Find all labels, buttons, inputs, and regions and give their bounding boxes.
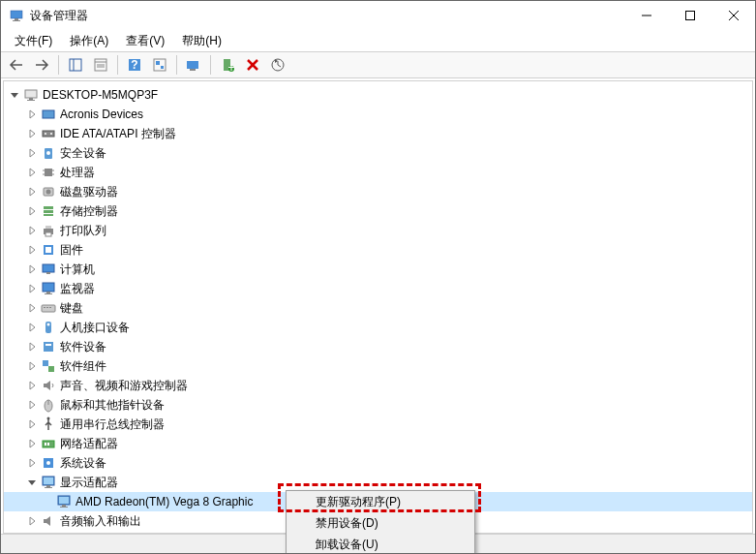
expander-icon[interactable] bbox=[25, 476, 39, 489]
svg-rect-53 bbox=[46, 292, 50, 293]
svg-rect-55 bbox=[42, 305, 55, 312]
expander-icon[interactable] bbox=[25, 166, 39, 179]
expander-icon[interactable] bbox=[25, 185, 39, 199]
svg-rect-49 bbox=[45, 247, 51, 253]
firmware-icon bbox=[41, 242, 56, 258]
tree-root[interactable]: DESKTOP-M5MQP3F bbox=[4, 85, 752, 105]
svg-rect-43 bbox=[44, 210, 53, 213]
back-button[interactable] bbox=[5, 53, 28, 77]
expander-icon[interactable] bbox=[25, 417, 39, 431]
tree-category-8[interactable]: 计算机 bbox=[4, 260, 752, 279]
expander-icon[interactable] bbox=[25, 321, 39, 334]
svg-rect-46 bbox=[45, 226, 51, 229]
tree-category-label: 音频输入和输出 bbox=[60, 513, 141, 530]
expander-icon[interactable] bbox=[8, 88, 21, 102]
tree-category-label: Acronis Devices bbox=[60, 108, 143, 121]
computer-icon bbox=[23, 87, 39, 103]
tree-category-2[interactable]: 安全设备 bbox=[4, 143, 752, 163]
tree-category-0[interactable]: Acronis Devices bbox=[4, 105, 752, 124]
svg-rect-27 bbox=[29, 98, 33, 100]
expander-icon[interactable] bbox=[25, 204, 39, 218]
tree-category-13[interactable]: 软件组件 bbox=[4, 356, 752, 376]
tree-category-4[interactable]: 磁盘驱动器 bbox=[4, 182, 752, 201]
device-tree[interactable]: DESKTOP-M5MQP3F Acronis Devices IDE ATA/… bbox=[3, 80, 753, 534]
expander-icon[interactable] bbox=[25, 108, 39, 121]
context-menu-update-driver[interactable]: 更新驱动程序(P) bbox=[287, 491, 474, 512]
forward-button[interactable] bbox=[30, 53, 53, 77]
svg-rect-47 bbox=[45, 232, 51, 236]
expander-icon[interactable] bbox=[25, 282, 39, 295]
menu-file[interactable]: 文件(F) bbox=[7, 31, 60, 51]
display-icon bbox=[56, 494, 72, 509]
svg-point-72 bbox=[46, 461, 50, 465]
tree-category-18[interactable]: 系统设备 bbox=[4, 453, 752, 473]
tree-category-5[interactable]: 存储控制器 bbox=[4, 201, 752, 221]
svg-rect-50 bbox=[43, 264, 54, 272]
expander-icon[interactable] bbox=[25, 243, 39, 257]
usb-icon bbox=[41, 416, 56, 432]
titlebar: 设备管理器 bbox=[1, 1, 755, 30]
add-legacy-button[interactable]: + bbox=[216, 53, 239, 77]
context-menu-disable-device[interactable]: 禁用设备(D) bbox=[287, 512, 474, 534]
svg-rect-57 bbox=[46, 307, 48, 308]
svg-rect-63 bbox=[43, 360, 48, 366]
svg-rect-28 bbox=[27, 100, 35, 101]
tree-category-3[interactable]: 处理器 bbox=[4, 163, 752, 182]
expander-icon[interactable] bbox=[25, 146, 39, 160]
menu-action[interactable]: 操作(A) bbox=[62, 31, 116, 51]
tree-category-1[interactable]: IDE ATA/ATAPI 控制器 bbox=[4, 124, 752, 143]
cpu-icon bbox=[41, 165, 56, 180]
close-button[interactable] bbox=[711, 1, 755, 30]
maximize-button[interactable] bbox=[668, 1, 711, 30]
tree-category-label: 监视器 bbox=[60, 281, 95, 297]
tree-category-label: 显示适配器 bbox=[60, 475, 118, 491]
show-hide-tree-button[interactable] bbox=[64, 53, 87, 77]
tree-category-6[interactable]: 打印队列 bbox=[4, 221, 752, 240]
tree-category-11[interactable]: 人机接口设备 bbox=[4, 318, 752, 337]
expander-icon[interactable] bbox=[25, 456, 39, 470]
expander-icon[interactable] bbox=[25, 262, 39, 276]
refresh-button[interactable] bbox=[148, 53, 171, 77]
menu-view[interactable]: 查看(V) bbox=[118, 31, 172, 51]
tree-category-14[interactable]: 声音、视频和游戏控制器 bbox=[4, 376, 752, 395]
minimize-button[interactable] bbox=[624, 1, 668, 30]
monitor-icon bbox=[41, 281, 56, 296]
expander-icon[interactable] bbox=[25, 398, 39, 412]
tree-category-label: 打印队列 bbox=[60, 223, 106, 239]
update-driver-button[interactable] bbox=[266, 53, 289, 77]
expander-icon[interactable] bbox=[25, 301, 39, 315]
expander-icon[interactable] bbox=[25, 224, 39, 237]
tree-category-12[interactable]: 软件设备 bbox=[4, 337, 752, 356]
tree-category-17[interactable]: 网络适配器 bbox=[4, 434, 752, 453]
tree-category-7[interactable]: 固件 bbox=[4, 240, 752, 260]
svg-point-31 bbox=[45, 133, 46, 135]
svg-rect-42 bbox=[44, 206, 53, 209]
expander-icon[interactable] bbox=[25, 359, 39, 373]
mouse-icon bbox=[41, 397, 56, 413]
svg-rect-54 bbox=[45, 293, 52, 294]
svg-point-41 bbox=[46, 190, 51, 195]
tree-category-15[interactable]: 鼠标和其他指针设备 bbox=[4, 395, 752, 415]
tree-category-10[interactable]: 键盘 bbox=[4, 298, 752, 318]
uninstall-button[interactable] bbox=[241, 53, 264, 77]
expander-icon[interactable] bbox=[25, 437, 39, 450]
properties-button[interactable] bbox=[89, 53, 112, 77]
svg-rect-64 bbox=[48, 366, 54, 372]
help-button[interactable]: ? bbox=[123, 53, 146, 77]
tree-category-label: 处理器 bbox=[60, 165, 95, 181]
tree-category-16[interactable]: 通用串行总线控制器 bbox=[4, 415, 752, 434]
expander-icon[interactable] bbox=[25, 127, 39, 140]
tree-category-label: 网络适配器 bbox=[60, 436, 118, 452]
menu-help[interactable]: 帮助(H) bbox=[174, 31, 229, 51]
svg-point-60 bbox=[47, 323, 50, 326]
context-menu-uninstall-device[interactable]: 卸载设备(U) bbox=[287, 534, 474, 554]
display-icon bbox=[41, 475, 56, 490]
tree-category-label: 人机接口设备 bbox=[60, 320, 130, 336]
expander-icon[interactable] bbox=[25, 514, 39, 528]
expander-icon[interactable] bbox=[25, 340, 39, 354]
scan-hardware-button[interactable] bbox=[182, 53, 205, 77]
expander-icon[interactable] bbox=[25, 379, 39, 392]
tree-category-9[interactable]: 监视器 bbox=[4, 279, 752, 298]
network-icon bbox=[41, 436, 56, 451]
tree-category-19[interactable]: 显示适配器 bbox=[4, 473, 752, 492]
